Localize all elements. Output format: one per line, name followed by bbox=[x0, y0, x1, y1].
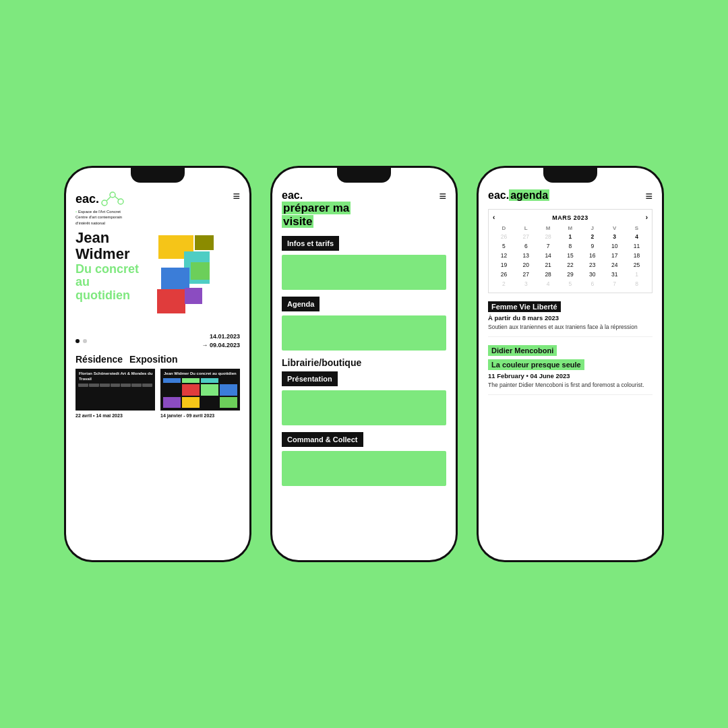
phone1-menu-icon[interactable]: ≡ bbox=[233, 189, 240, 204]
cal-cell[interactable]: 14 bbox=[537, 251, 559, 260]
cal-cell[interactable]: 12 bbox=[493, 251, 515, 260]
cal-cell[interactable]: 1 bbox=[626, 270, 648, 279]
cal-cell[interactable]: 6 bbox=[581, 279, 603, 289]
event2-date: 11 February • 04 June 2023 bbox=[488, 372, 653, 380]
event2-title-1: Didier Mencoboni bbox=[488, 345, 557, 356]
event-cards: Florian Schönerstedt Art & Mondes du Tra… bbox=[75, 369, 240, 419]
phone2-logo-area: eac. préparer ma visite bbox=[282, 189, 351, 228]
section-residence: Résidence bbox=[75, 354, 123, 365]
cal-cell[interactable]: 27 bbox=[515, 270, 537, 279]
cal-th-s: S bbox=[626, 224, 648, 232]
cal-cell[interactable]: 27 bbox=[515, 232, 537, 241]
cal-cell[interactable]: 3 bbox=[603, 232, 626, 241]
event1-desc: Soutien aux Iraniennes et aux Iraniens f… bbox=[488, 324, 653, 331]
phone2-section-command: Command & Collect bbox=[282, 432, 446, 486]
infos-tarifs-img bbox=[282, 255, 446, 290]
cal-cell[interactable]: 18 bbox=[626, 251, 648, 260]
phone3-logo-area: eac.agenda bbox=[488, 189, 549, 202]
phone-1: eac. •Espace de l'Art Concret Centre d'a… bbox=[64, 166, 251, 562]
cal-cell[interactable]: 26 bbox=[493, 270, 515, 279]
cal-cell[interactable]: 16 bbox=[581, 251, 603, 260]
cal-cell[interactable]: 21 bbox=[537, 260, 559, 270]
card1-date: 22 avril • 14 mai 2023 bbox=[75, 413, 155, 419]
cal-cell[interactable]: 13 bbox=[515, 251, 537, 260]
cal-cell[interactable]: 1 bbox=[559, 232, 582, 241]
cal-th-l: L bbox=[515, 224, 537, 232]
cal-th-d: D bbox=[493, 224, 515, 232]
cal-prev[interactable]: ‹ bbox=[493, 214, 495, 221]
calendar-month: MARS 2023 bbox=[552, 214, 588, 221]
cal-cell[interactable]: 8 bbox=[626, 279, 648, 289]
cal-next[interactable]: › bbox=[646, 214, 648, 221]
command-collect-btn[interactable]: Command & Collect bbox=[282, 432, 363, 447]
cal-cell[interactable]: 31 bbox=[603, 270, 626, 279]
event1-title: Femme Vie Liberté bbox=[488, 301, 561, 312]
artwork-subtitle-3: quotidien bbox=[75, 289, 130, 302]
dot-2 bbox=[83, 339, 87, 343]
phone1-logo-icon bbox=[99, 189, 126, 208]
cal-cell[interactable]: 17 bbox=[603, 251, 626, 260]
phone2-notch bbox=[337, 168, 391, 183]
cal-cell[interactable]: 7 bbox=[537, 241, 559, 251]
cal-th-m1: M bbox=[537, 224, 559, 232]
cal-cell[interactable]: 9 bbox=[581, 241, 603, 251]
phone2-section-librairie: Librairie/boutique Présentation bbox=[282, 357, 446, 425]
section-exposition: Exposition bbox=[129, 354, 178, 365]
artwork-dates: 14.01.2023→ 09.04.2023 bbox=[202, 332, 240, 349]
cal-cell[interactable]: 23 bbox=[581, 260, 603, 270]
artwork-title-2: Widmer bbox=[75, 245, 129, 262]
cal-cell[interactable]: 24 bbox=[603, 260, 626, 270]
cal-cell[interactable]: 15 bbox=[559, 251, 582, 260]
cal-cell[interactable]: 5 bbox=[559, 279, 582, 289]
cal-cell[interactable]: 19 bbox=[493, 260, 515, 270]
svg-point-2 bbox=[118, 199, 123, 204]
agenda-btn[interactable]: Agenda bbox=[282, 297, 320, 311]
presentation-btn[interactable]: Présentation bbox=[282, 371, 338, 386]
phone1-notch bbox=[131, 168, 185, 183]
presentation-img bbox=[282, 390, 446, 425]
phone1-logo: eac. bbox=[75, 192, 99, 206]
svg-line-4 bbox=[115, 196, 119, 200]
phone1-subtitle1: Espace de l'Art Concret bbox=[78, 210, 121, 214]
cal-cell[interactable]: 20 bbox=[515, 260, 537, 270]
card2-date: 14 janvier - 09 avril 2023 bbox=[160, 413, 240, 419]
cal-cell[interactable]: 25 bbox=[626, 260, 648, 270]
phone3-menu-icon[interactable]: ≡ bbox=[645, 189, 653, 204]
cal-cell[interactable]: 4 bbox=[537, 279, 559, 289]
cal-cell[interactable]: 10 bbox=[603, 241, 626, 251]
infos-tarifs-btn[interactable]: Infos et tarifs bbox=[282, 236, 339, 251]
phone2-section-agenda: Agenda bbox=[282, 297, 446, 351]
cal-cell[interactable]: 30 bbox=[581, 270, 603, 279]
phone2-page-title-2: visite bbox=[282, 215, 313, 228]
artwork-title-1: Jean bbox=[75, 230, 109, 246]
phone2-logo: eac. bbox=[282, 189, 303, 201]
cal-cell[interactable]: 29 bbox=[559, 270, 582, 279]
cal-cell[interactable]: 2 bbox=[581, 232, 603, 241]
cal-cell[interactable]: 7 bbox=[603, 279, 626, 289]
cal-cell[interactable]: 2 bbox=[493, 279, 515, 289]
cal-th-m2: M bbox=[559, 224, 582, 232]
event-1: Femme Vie Liberté À partir du 8 mars 202… bbox=[488, 300, 653, 337]
librairie-label: Librairie/boutique bbox=[282, 357, 446, 368]
calendar-grid: D L M M J V S 26 27 28 bbox=[493, 224, 648, 289]
cal-cell[interactable]: 26 bbox=[493, 232, 515, 241]
cal-cell[interactable]: 11 bbox=[626, 241, 648, 251]
event2-desc: The painter Didier Mencoboni is first an… bbox=[488, 382, 653, 389]
cal-cell[interactable]: 5 bbox=[493, 241, 515, 251]
cal-cell[interactable]: 6 bbox=[515, 241, 537, 251]
cal-cell[interactable]: 28 bbox=[537, 232, 559, 241]
cal-cell[interactable]: 22 bbox=[559, 260, 582, 270]
phone3-logo: eac. bbox=[488, 189, 509, 201]
phone1-subtitle3: d'intérêt national bbox=[75, 221, 105, 225]
phone2-section-infos: Infos et tarifs bbox=[282, 236, 446, 290]
card2-label: Jean Widmer Du concret au quotidien bbox=[162, 370, 239, 378]
phone2-menu-icon[interactable]: ≡ bbox=[439, 189, 446, 204]
cal-cell[interactable]: 8 bbox=[559, 241, 582, 251]
cal-cell[interactable]: 28 bbox=[537, 270, 559, 279]
section-labels: Résidence Exposition bbox=[75, 354, 240, 365]
cal-cell[interactable]: 3 bbox=[515, 279, 537, 289]
event2-title-2: La couleur presque seule bbox=[488, 359, 584, 370]
agenda-img bbox=[282, 315, 446, 351]
artwork-subtitle-1: Du concret bbox=[75, 262, 139, 276]
cal-cell[interactable]: 4 bbox=[626, 232, 648, 241]
